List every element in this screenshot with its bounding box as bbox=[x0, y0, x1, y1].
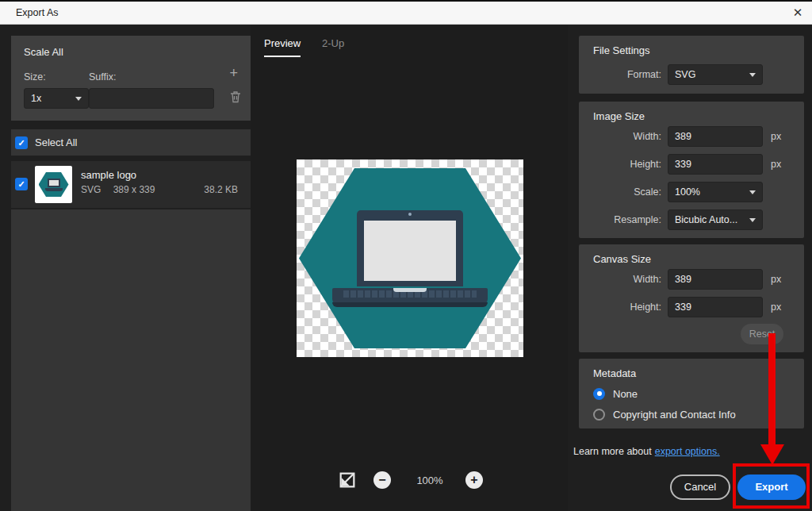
image-size-section: Image Size Width: px Height: px Scale: 1… bbox=[579, 102, 804, 238]
radio-selected-icon[interactable] bbox=[593, 388, 605, 400]
metadata-heading: Metadata bbox=[593, 367, 636, 379]
file-settings-heading: File Settings bbox=[593, 44, 650, 56]
metadata-option-none[interactable]: None bbox=[593, 386, 638, 402]
file-settings-section: File Settings Format: SVG bbox=[579, 36, 804, 94]
close-icon: ✕ bbox=[793, 6, 803, 19]
laptop-base bbox=[332, 288, 488, 307]
laptop-display bbox=[364, 221, 456, 281]
asset-filesize: 38.2 KB bbox=[204, 184, 238, 195]
settings-panel: File Settings Format: SVG Image Size Wid… bbox=[568, 25, 812, 511]
suffix-input[interactable] bbox=[89, 88, 214, 109]
metadata-section: Metadata None Copyright and Contact Info bbox=[579, 359, 804, 428]
zoom-fit-icon bbox=[339, 472, 355, 488]
tab-2up[interactable]: 2-Up bbox=[322, 37, 344, 56]
laptop-notch bbox=[393, 288, 427, 292]
export-as-dialog: Export As ✕ Scale All Size: Suffix: + 1x… bbox=[0, 0, 812, 511]
laptop-screen bbox=[357, 210, 463, 286]
scale-select-value: 100% bbox=[675, 186, 700, 198]
export-button[interactable]: Export bbox=[737, 474, 806, 500]
image-height-unit: px bbox=[771, 154, 781, 175]
format-select[interactable]: SVG bbox=[668, 64, 763, 85]
laptop-camera-dot bbox=[408, 213, 412, 216]
chevron-down-icon bbox=[749, 190, 756, 194]
metadata-copyright-label: Copyright and Contact Info bbox=[613, 409, 736, 421]
select-all-row: ✓ Select All bbox=[11, 129, 251, 156]
chevron-down-icon bbox=[749, 73, 756, 77]
canvas-width-label: Width: bbox=[579, 269, 661, 290]
cancel-button[interactable]: Cancel bbox=[670, 474, 730, 500]
asset-name: sample logo bbox=[81, 169, 136, 181]
check-icon: ✓ bbox=[17, 179, 25, 189]
canvas-size-heading: Canvas Size bbox=[593, 253, 651, 265]
format-select-value: SVG bbox=[675, 69, 695, 80]
laptop-screen-mini bbox=[48, 179, 60, 187]
asset-checkbox[interactable]: ✓ bbox=[15, 178, 28, 190]
zoom-out-button[interactable]: − bbox=[373, 471, 391, 489]
laptop-illustration bbox=[332, 210, 488, 307]
preview-canvas bbox=[297, 159, 523, 357]
resample-label: Resample: bbox=[579, 209, 661, 230]
select-all-label: Select All bbox=[35, 136, 77, 148]
close-button[interactable]: ✕ bbox=[783, 6, 812, 20]
format-label: Format: bbox=[579, 64, 661, 85]
zoom-level: 100% bbox=[408, 474, 452, 486]
scale-select[interactable]: 100% bbox=[668, 182, 763, 202]
zoom-in-button[interactable]: + bbox=[465, 471, 483, 489]
scale-label: Scale: bbox=[579, 182, 661, 202]
select-all-checkbox[interactable]: ✓ bbox=[15, 136, 28, 149]
asset-format: SVG bbox=[81, 184, 101, 195]
laptop-base-mini bbox=[45, 188, 63, 191]
export-options-link[interactable]: export options. bbox=[655, 446, 720, 457]
suffix-label: Suffix: bbox=[89, 71, 117, 83]
canvas-height-unit: px bbox=[771, 297, 781, 317]
image-width-label: Width: bbox=[579, 126, 661, 147]
chevron-down-icon bbox=[749, 218, 756, 222]
asset-list-background bbox=[11, 209, 251, 511]
metadata-none-label: None bbox=[613, 388, 638, 400]
scale-all-section: Scale All Size: Suffix: + 1x bbox=[11, 36, 251, 121]
add-scale-button[interactable]: + bbox=[229, 66, 238, 80]
canvas-height-label: Height: bbox=[579, 297, 661, 317]
asset-thumbnail bbox=[35, 166, 72, 203]
hexagon-logo-icon bbox=[39, 172, 69, 197]
resample-select-value: Bicubic Auto... bbox=[675, 214, 737, 225]
plus-icon: + bbox=[229, 65, 238, 81]
size-label: Size: bbox=[24, 71, 46, 83]
trash-icon bbox=[230, 90, 241, 103]
chevron-down-icon bbox=[75, 97, 82, 101]
preview-panel: Preview 2-Up bbox=[251, 25, 568, 511]
export-list-panel: Scale All Size: Suffix: + 1x ✓ Select Al… bbox=[0, 25, 251, 511]
image-size-heading: Image Size bbox=[593, 110, 645, 122]
metadata-option-copyright[interactable]: Copyright and Contact Info bbox=[593, 406, 736, 422]
image-height-input[interactable] bbox=[668, 154, 763, 175]
plus-icon: + bbox=[470, 473, 477, 486]
delete-scale-button[interactable] bbox=[230, 90, 241, 106]
asset-meta: SVG 389 x 339 bbox=[81, 184, 155, 195]
image-width-unit: px bbox=[771, 126, 781, 147]
size-select-value: 1x bbox=[31, 93, 41, 104]
dialog-titlebar: Export As ✕ bbox=[0, 2, 812, 25]
reset-button[interactable]: Reset bbox=[741, 324, 783, 344]
image-width-input[interactable] bbox=[668, 126, 763, 147]
resample-select[interactable]: Bicubic Auto... bbox=[668, 209, 763, 230]
radio-unselected-icon[interactable] bbox=[593, 409, 605, 421]
canvas-size-section: Canvas Size Width: px Height: px Reset bbox=[579, 244, 804, 352]
learn-more-text: Learn more aboutexport options. bbox=[573, 446, 720, 457]
asset-dimensions: 389 x 339 bbox=[113, 184, 155, 195]
hexagon-artwork bbox=[299, 168, 521, 348]
canvas-width-unit: px bbox=[771, 269, 781, 290]
learn-more-prefix: Learn more about bbox=[573, 446, 652, 457]
check-icon: ✓ bbox=[17, 138, 25, 148]
canvas-width-input[interactable] bbox=[668, 269, 763, 290]
tab-preview[interactable]: Preview bbox=[264, 37, 301, 57]
asset-row[interactable]: ✓ sample logo SVG 389 x 339 38.2 KB bbox=[11, 161, 251, 208]
zoom-fit-button[interactable] bbox=[339, 472, 355, 488]
laptop-bottom-edge bbox=[332, 302, 488, 307]
scale-all-heading: Scale All bbox=[24, 46, 63, 58]
minus-icon: − bbox=[378, 473, 385, 486]
image-height-label: Height: bbox=[579, 154, 661, 175]
dialog-title: Export As bbox=[16, 7, 59, 18]
size-select[interactable]: 1x bbox=[24, 88, 89, 109]
canvas-height-input[interactable] bbox=[668, 297, 763, 317]
